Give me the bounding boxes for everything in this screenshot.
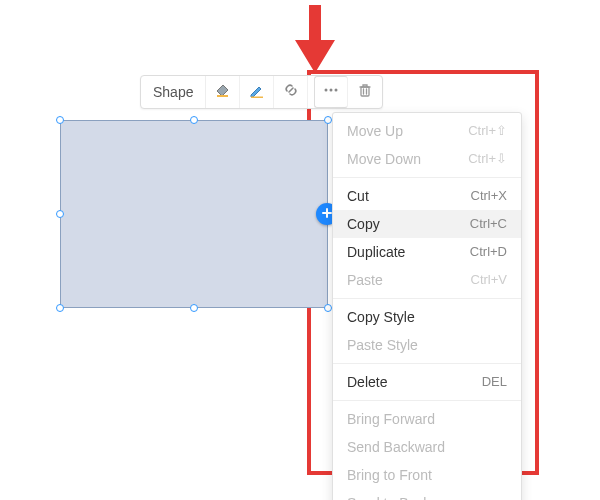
selected-shape-rectangle[interactable] bbox=[60, 120, 328, 308]
edit-button[interactable] bbox=[240, 76, 274, 108]
link-icon bbox=[283, 82, 299, 102]
menu-item-label: Copy Style bbox=[347, 308, 415, 326]
menu-item-send-to-back: Send to Back bbox=[333, 489, 521, 500]
shape-toolbar: Shape bbox=[140, 75, 383, 109]
ellipsis-icon bbox=[323, 82, 339, 102]
svg-point-3 bbox=[330, 89, 333, 92]
paint-bucket-icon bbox=[214, 81, 232, 103]
menu-item-paste-style: Paste Style bbox=[333, 331, 521, 359]
menu-item-bring-forward: Bring Forward bbox=[333, 405, 521, 433]
context-menu: Move UpCtrl+⇧Move DownCtrl+⇩CutCtrl+XCop… bbox=[332, 112, 522, 500]
menu-separator bbox=[333, 298, 521, 299]
menu-separator bbox=[333, 363, 521, 364]
menu-item-cut[interactable]: CutCtrl+X bbox=[333, 182, 521, 210]
svg-rect-1 bbox=[251, 97, 263, 99]
resize-handle-bottom-center[interactable] bbox=[190, 304, 198, 312]
menu-separator bbox=[333, 177, 521, 178]
menu-item-shortcut: Ctrl+V bbox=[471, 271, 507, 289]
menu-item-label: Bring to Front bbox=[347, 466, 432, 484]
pencil-icon bbox=[248, 81, 266, 103]
menu-item-label: Paste bbox=[347, 271, 383, 289]
menu-item-send-backward: Send Backward bbox=[333, 433, 521, 461]
menu-item-label: Delete bbox=[347, 373, 387, 391]
menu-item-bring-to-front: Bring to Front bbox=[333, 461, 521, 489]
menu-item-copy-style[interactable]: Copy Style bbox=[333, 303, 521, 331]
menu-item-shortcut: Ctrl+⇩ bbox=[468, 150, 507, 168]
menu-separator bbox=[333, 400, 521, 401]
toolbar-shape-label[interactable]: Shape bbox=[141, 76, 206, 108]
menu-item-delete[interactable]: DeleteDEL bbox=[333, 368, 521, 396]
fill-button[interactable] bbox=[206, 76, 240, 108]
svg-point-2 bbox=[325, 89, 328, 92]
resize-handle-top-right[interactable] bbox=[324, 116, 332, 124]
resize-handle-middle-left[interactable] bbox=[56, 210, 64, 218]
resize-handle-top-center[interactable] bbox=[190, 116, 198, 124]
callout-arrow bbox=[295, 5, 335, 75]
trash-icon bbox=[357, 82, 373, 102]
svg-point-4 bbox=[335, 89, 338, 92]
menu-item-label: Bring Forward bbox=[347, 410, 435, 428]
menu-item-shortcut: Ctrl+C bbox=[470, 215, 507, 233]
menu-item-shortcut: Ctrl+D bbox=[470, 243, 507, 261]
menu-item-label: Move Up bbox=[347, 122, 403, 140]
menu-item-label: Duplicate bbox=[347, 243, 405, 261]
menu-item-copy[interactable]: CopyCtrl+C bbox=[333, 210, 521, 238]
svg-rect-5 bbox=[361, 87, 369, 96]
menu-item-shortcut: DEL bbox=[482, 373, 507, 391]
menu-item-move-down: Move DownCtrl+⇩ bbox=[333, 145, 521, 173]
svg-rect-0 bbox=[217, 95, 228, 97]
menu-item-shortcut: Ctrl+⇧ bbox=[468, 122, 507, 140]
resize-handle-bottom-right[interactable] bbox=[324, 304, 332, 312]
link-button[interactable] bbox=[274, 76, 308, 108]
menu-item-shortcut: Ctrl+X bbox=[471, 187, 507, 205]
menu-item-label: Send to Back bbox=[347, 494, 430, 500]
menu-item-label: Paste Style bbox=[347, 336, 418, 354]
menu-item-label: Cut bbox=[347, 187, 369, 205]
menu-item-duplicate[interactable]: DuplicateCtrl+D bbox=[333, 238, 521, 266]
menu-item-label: Move Down bbox=[347, 150, 421, 168]
delete-button[interactable] bbox=[348, 76, 382, 108]
menu-item-paste: PasteCtrl+V bbox=[333, 266, 521, 294]
menu-item-label: Send Backward bbox=[347, 438, 445, 456]
resize-handle-bottom-left[interactable] bbox=[56, 304, 64, 312]
more-options-button[interactable] bbox=[314, 76, 348, 108]
menu-item-move-up: Move UpCtrl+⇧ bbox=[333, 117, 521, 145]
menu-item-label: Copy bbox=[347, 215, 380, 233]
resize-handle-top-left[interactable] bbox=[56, 116, 64, 124]
